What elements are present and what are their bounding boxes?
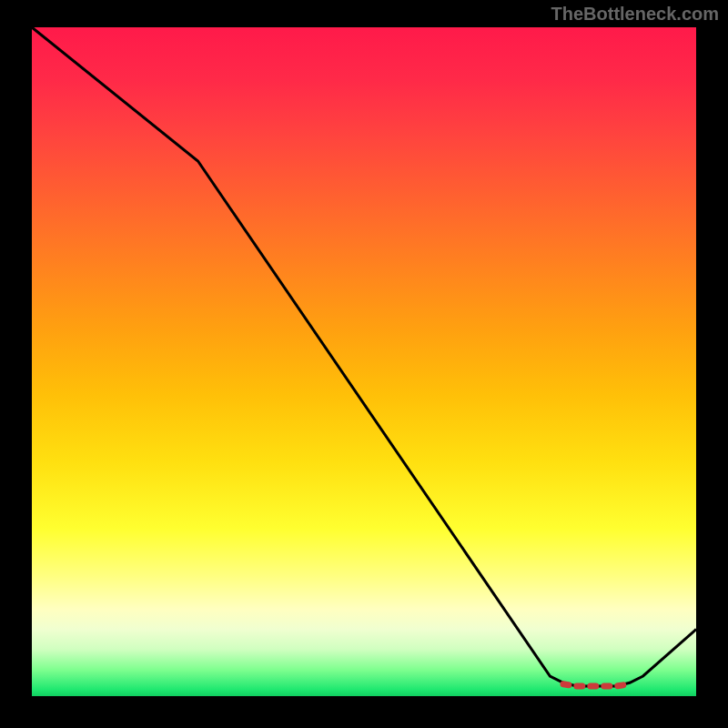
bottleneck-curve-path: [32, 27, 696, 686]
chart-svg: [32, 27, 696, 696]
plot-area: [32, 27, 696, 696]
attribution-text: TheBottleneck.com: [551, 4, 719, 25]
